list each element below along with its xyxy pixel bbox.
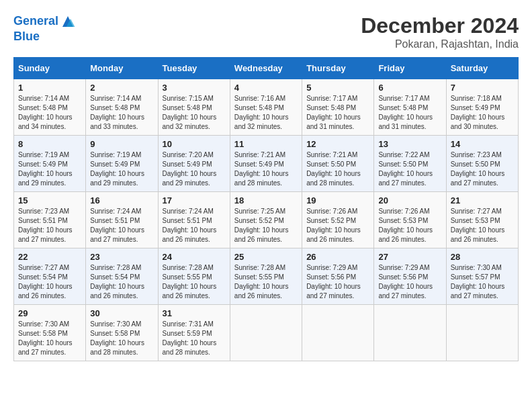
calendar-cell: 17Sunrise: 7:24 AM Sunset: 5:51 PM Dayli… <box>158 192 230 248</box>
day-info: Sunrise: 7:29 AM Sunset: 5:56 PM Dayligh… <box>378 263 441 301</box>
day-info: Sunrise: 7:20 AM Sunset: 5:49 PM Dayligh… <box>163 150 226 188</box>
calendar-cell: 5Sunrise: 7:17 AM Sunset: 5:48 PM Daylig… <box>302 79 374 136</box>
day-info: Sunrise: 7:30 AM Sunset: 5:58 PM Dayligh… <box>90 320 153 357</box>
weekday-header-thursday: Thursday <box>302 58 374 79</box>
calendar-cell: 19Sunrise: 7:26 AM Sunset: 5:52 PM Dayli… <box>302 192 374 248</box>
day-info: Sunrise: 7:17 AM Sunset: 5:48 PM Dayligh… <box>306 94 369 132</box>
calendar-week-5: 29Sunrise: 7:30 AM Sunset: 5:58 PM Dayli… <box>14 305 519 361</box>
month-title: December 2024 <box>361 13 519 38</box>
calendar-cell: 6Sunrise: 7:17 AM Sunset: 5:48 PM Daylig… <box>374 79 446 136</box>
day-info: Sunrise: 7:26 AM Sunset: 5:53 PM Dayligh… <box>378 207 441 244</box>
day-info: Sunrise: 7:16 AM Sunset: 5:48 PM Dayligh… <box>234 94 298 132</box>
day-number: 7 <box>451 83 514 93</box>
day-number: 24 <box>163 252 226 262</box>
calendar-cell: 7Sunrise: 7:18 AM Sunset: 5:49 PM Daylig… <box>446 79 518 136</box>
calendar-cell: 15Sunrise: 7:23 AM Sunset: 5:51 PM Dayli… <box>14 192 86 248</box>
day-info: Sunrise: 7:28 AM Sunset: 5:55 PM Dayligh… <box>234 263 298 301</box>
day-number: 5 <box>306 83 369 93</box>
day-info: Sunrise: 7:30 AM Sunset: 5:58 PM Dayligh… <box>18 320 81 357</box>
day-number: 27 <box>378 252 441 262</box>
day-info: Sunrise: 7:31 AM Sunset: 5:59 PM Dayligh… <box>163 320 226 357</box>
calendar-cell: 25Sunrise: 7:28 AM Sunset: 5:55 PM Dayli… <box>230 248 302 305</box>
calendar-week-4: 22Sunrise: 7:27 AM Sunset: 5:54 PM Dayli… <box>14 248 519 305</box>
calendar-cell: 2Sunrise: 7:14 AM Sunset: 5:48 PM Daylig… <box>86 79 158 136</box>
day-info: Sunrise: 7:18 AM Sunset: 5:49 PM Dayligh… <box>451 94 514 132</box>
day-number: 3 <box>163 83 226 93</box>
day-info: Sunrise: 7:19 AM Sunset: 5:49 PM Dayligh… <box>90 150 153 188</box>
day-number: 21 <box>451 195 514 205</box>
calendar-cell: 31Sunrise: 7:31 AM Sunset: 5:59 PM Dayli… <box>158 305 230 361</box>
calendar-cell: 16Sunrise: 7:24 AM Sunset: 5:51 PM Dayli… <box>86 192 158 248</box>
day-info: Sunrise: 7:24 AM Sunset: 5:51 PM Dayligh… <box>163 207 226 244</box>
day-number: 11 <box>234 139 298 149</box>
day-number: 28 <box>451 252 514 262</box>
day-info: Sunrise: 7:25 AM Sunset: 5:52 PM Dayligh… <box>234 207 298 244</box>
calendar-cell <box>446 305 518 361</box>
calendar-cell: 10Sunrise: 7:20 AM Sunset: 5:49 PM Dayli… <box>158 136 230 192</box>
day-info: Sunrise: 7:21 AM Sunset: 5:49 PM Dayligh… <box>234 150 298 188</box>
day-info: Sunrise: 7:14 AM Sunset: 5:48 PM Dayligh… <box>90 94 153 132</box>
logo: General Blue <box>13 13 76 44</box>
day-info: Sunrise: 7:27 AM Sunset: 5:53 PM Dayligh… <box>451 207 514 244</box>
day-number: 18 <box>234 195 298 205</box>
day-number: 22 <box>18 252 81 262</box>
calendar-header: SundayMondayTuesdayWednesdayThursdayFrid… <box>14 58 519 79</box>
calendar-cell: 3Sunrise: 7:15 AM Sunset: 5:48 PM Daylig… <box>158 79 230 136</box>
calendar-week-1: 1Sunrise: 7:14 AM Sunset: 5:48 PM Daylig… <box>14 79 519 136</box>
calendar-cell: 21Sunrise: 7:27 AM Sunset: 5:53 PM Dayli… <box>446 192 518 248</box>
day-info: Sunrise: 7:15 AM Sunset: 5:48 PM Dayligh… <box>163 94 226 132</box>
calendar-cell: 24Sunrise: 7:28 AM Sunset: 5:55 PM Dayli… <box>158 248 230 305</box>
weekday-header-wednesday: Wednesday <box>230 58 302 79</box>
day-info: Sunrise: 7:22 AM Sunset: 5:50 PM Dayligh… <box>378 150 441 188</box>
day-info: Sunrise: 7:14 AM Sunset: 5:48 PM Dayligh… <box>18 94 81 132</box>
weekday-header-saturday: Saturday <box>446 58 518 79</box>
title-block: December 2024 Pokaran, Rajashtan, India <box>361 13 519 50</box>
day-info: Sunrise: 7:21 AM Sunset: 5:50 PM Dayligh… <box>306 150 369 188</box>
calendar-cell: 12Sunrise: 7:21 AM Sunset: 5:50 PM Dayli… <box>302 136 374 192</box>
day-number: 31 <box>163 308 226 318</box>
calendar-cell <box>374 305 446 361</box>
day-number: 12 <box>306 139 369 149</box>
calendar-week-3: 15Sunrise: 7:23 AM Sunset: 5:51 PM Dayli… <box>14 192 519 248</box>
day-info: Sunrise: 7:19 AM Sunset: 5:49 PM Dayligh… <box>18 150 81 188</box>
calendar-table: SundayMondayTuesdayWednesdayThursdayFrid… <box>13 57 519 361</box>
weekday-header-monday: Monday <box>86 58 158 79</box>
day-info: Sunrise: 7:26 AM Sunset: 5:52 PM Dayligh… <box>306 207 369 244</box>
calendar-cell: 8Sunrise: 7:19 AM Sunset: 5:49 PM Daylig… <box>14 136 86 192</box>
calendar-cell: 18Sunrise: 7:25 AM Sunset: 5:52 PM Dayli… <box>230 192 302 248</box>
weekday-header-tuesday: Tuesday <box>158 58 230 79</box>
day-info: Sunrise: 7:29 AM Sunset: 5:56 PM Dayligh… <box>306 263 369 301</box>
day-number: 14 <box>451 139 514 149</box>
weekday-header-sunday: Sunday <box>14 58 86 79</box>
day-number: 29 <box>18 308 81 318</box>
calendar-cell: 29Sunrise: 7:30 AM Sunset: 5:58 PM Dayli… <box>14 305 86 361</box>
calendar-cell: 13Sunrise: 7:22 AM Sunset: 5:50 PM Dayli… <box>374 136 446 192</box>
calendar-cell: 23Sunrise: 7:28 AM Sunset: 5:54 PM Dayli… <box>86 248 158 305</box>
calendar-cell: 22Sunrise: 7:27 AM Sunset: 5:54 PM Dayli… <box>14 248 86 305</box>
calendar-cell: 20Sunrise: 7:26 AM Sunset: 5:53 PM Dayli… <box>374 192 446 248</box>
day-number: 30 <box>90 308 153 318</box>
day-number: 17 <box>163 195 226 205</box>
day-number: 20 <box>378 195 441 205</box>
weekday-header-friday: Friday <box>374 58 446 79</box>
day-number: 9 <box>90 139 153 149</box>
day-number: 19 <box>306 195 369 205</box>
day-number: 25 <box>234 252 298 262</box>
calendar-cell: 30Sunrise: 7:30 AM Sunset: 5:58 PM Dayli… <box>86 305 158 361</box>
day-info: Sunrise: 7:17 AM Sunset: 5:48 PM Dayligh… <box>378 94 441 132</box>
day-number: 1 <box>18 83 81 93</box>
calendar-cell: 4Sunrise: 7:16 AM Sunset: 5:48 PM Daylig… <box>230 79 302 136</box>
calendar-week-2: 8Sunrise: 7:19 AM Sunset: 5:49 PM Daylig… <box>14 136 519 192</box>
day-number: 6 <box>378 83 441 93</box>
day-info: Sunrise: 7:30 AM Sunset: 5:57 PM Dayligh… <box>451 263 514 301</box>
calendar-cell: 26Sunrise: 7:29 AM Sunset: 5:56 PM Dayli… <box>302 248 374 305</box>
logo-text: General Blue <box>13 13 76 44</box>
day-info: Sunrise: 7:23 AM Sunset: 5:50 PM Dayligh… <box>451 150 514 188</box>
calendar-cell: 28Sunrise: 7:30 AM Sunset: 5:57 PM Dayli… <box>446 248 518 305</box>
day-info: Sunrise: 7:28 AM Sunset: 5:54 PM Dayligh… <box>90 263 153 301</box>
page-header: General Blue December 2024 Pokaran, Raja… <box>13 13 519 50</box>
calendar-cell: 11Sunrise: 7:21 AM Sunset: 5:49 PM Dayli… <box>230 136 302 192</box>
day-number: 13 <box>378 139 441 149</box>
day-number: 8 <box>18 139 81 149</box>
day-info: Sunrise: 7:28 AM Sunset: 5:55 PM Dayligh… <box>163 263 226 301</box>
